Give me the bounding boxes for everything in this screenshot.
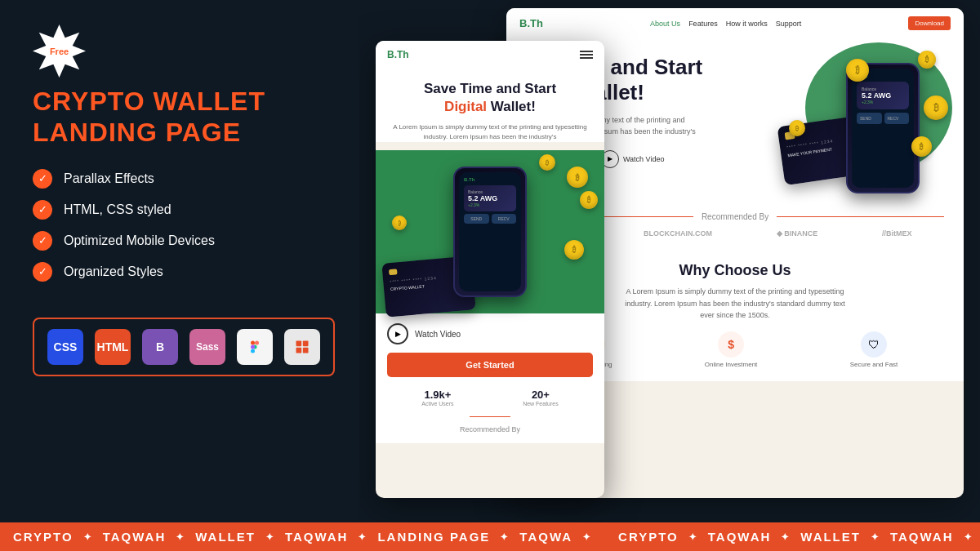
list-item: ✓ HTML, CSS styled bbox=[33, 200, 343, 220]
watch-label: Watch Video bbox=[623, 155, 665, 163]
coin-2: ₿ bbox=[918, 51, 936, 69]
online-invest-label: Online Investment bbox=[705, 361, 757, 368]
marquee-text: CRYPTO bbox=[13, 530, 74, 544]
svg-rect-4 bbox=[251, 349, 255, 353]
hamburger-menu[interactable] bbox=[580, 51, 593, 59]
secure-fast-label: Secure and Fast bbox=[850, 361, 898, 368]
sc-back-download-btn[interactable]: Download bbox=[908, 16, 951, 30]
marquee-text: TAQWAH bbox=[890, 530, 954, 544]
divider bbox=[470, 416, 510, 417]
list-item: ✓ Parallax Effects bbox=[33, 169, 343, 189]
marquee-text: CRYPTO bbox=[618, 530, 679, 544]
marquee-star: ✦ bbox=[781, 531, 791, 543]
badge-container: Free bbox=[33, 24, 343, 78]
figma-icon bbox=[237, 329, 273, 365]
feature-label: Parallax Effects bbox=[64, 171, 154, 186]
badge-star-shape: Free bbox=[33, 24, 86, 78]
sc-front-recommended-label: Recommended By bbox=[387, 425, 593, 433]
sc-back-watch-video[interactable]: ▶ Watch Video bbox=[601, 150, 665, 168]
free-badge: Free bbox=[33, 24, 86, 78]
brand-blockchain: BLOCKCHAIN.COM bbox=[644, 229, 712, 238]
check-icon: ✓ bbox=[33, 169, 52, 189]
bootstrap-icon: B bbox=[142, 329, 178, 365]
svg-rect-8 bbox=[303, 348, 309, 353]
front-coin-4: ₿ bbox=[392, 216, 407, 230]
coin-3: ₿ bbox=[924, 96, 948, 120]
check-icon: ✓ bbox=[33, 231, 52, 251]
css3-icon: CSS bbox=[47, 329, 83, 365]
sc-front-stats: 1.9k+ Active Users 20+ New Features bbox=[387, 385, 593, 410]
marquee-star: ✦ bbox=[688, 531, 698, 543]
front-main-phone: B.Th Balance 5.2 AWG +2.3% SEND RECV bbox=[453, 167, 527, 297]
sc-back-navbar: B.Th About Us Features How it works Supp… bbox=[506, 8, 964, 38]
svg-rect-3 bbox=[251, 344, 255, 349]
right-panel: B.Th About Us Features How it works Supp… bbox=[359, 0, 980, 522]
other-icon bbox=[284, 329, 320, 365]
coin-4: ₿ bbox=[789, 120, 805, 136]
secure-fast-icon: 🛡 bbox=[861, 331, 887, 358]
check-icon: ✓ bbox=[33, 200, 52, 220]
marquee-text: TAQWA bbox=[519, 530, 572, 544]
svg-rect-6 bbox=[303, 340, 309, 346]
marquee-star: ✦ bbox=[500, 531, 510, 543]
front-play-icon: ▶ bbox=[387, 323, 408, 344]
phone-area-back: ₿ ₿ ₿ ₿ ₿ B.Th Balance 5.2 AWG +2.3% bbox=[781, 55, 944, 201]
marquee-item: CRYPTO ✦ TAQWAH ✦ WALLET ✦ TAQWAH ✦ LAND… bbox=[0, 530, 605, 544]
marquee-star: ✦ bbox=[358, 531, 368, 543]
main-title: CRYPTO WALLETLANDING PAGE bbox=[33, 86, 343, 149]
nav-link-features: Features bbox=[688, 20, 718, 28]
coin-5: ₿ bbox=[911, 136, 932, 157]
badge-label: Free bbox=[50, 47, 69, 56]
tech-icons-box: CSS HTML B Sass bbox=[33, 318, 335, 376]
stat-active-users: 1.9k+ Active Users bbox=[421, 389, 453, 407]
marquee-track: CRYPTO ✦ TAQWAH ✦ WALLET ✦ TAQWAH ✦ LAND… bbox=[0, 530, 980, 544]
sc-front-get-started[interactable]: Get Started bbox=[387, 353, 593, 377]
marquee-text: WALLET bbox=[195, 530, 256, 544]
svg-rect-5 bbox=[296, 340, 302, 346]
feature-label: Organized Styles bbox=[64, 264, 163, 279]
sc-front-green-section: ₿ ₿ ₿ ₿ ₿ B.Th Balance 5.2 AWG +2.3% SEN… bbox=[376, 150, 604, 313]
stat-new-features: 20+ New Features bbox=[523, 389, 559, 407]
sc-front-hero: Save Time and StartDigital Wallet! A Lor… bbox=[376, 69, 604, 142]
nav-link-how: How it works bbox=[726, 20, 768, 28]
marquee-text: LANDING PAGE bbox=[377, 530, 490, 544]
recommended-title: Recommended By bbox=[702, 212, 768, 221]
marquee-item: CRYPTO ✦ TAQWAH ✦ WALLET ✦ TAQWAH ✦ LAND… bbox=[605, 530, 980, 544]
sass-icon: Sass bbox=[189, 329, 225, 365]
marquee-star: ✦ bbox=[265, 531, 275, 543]
marquee-text: TAQWAH bbox=[103, 530, 167, 544]
nav-link-about: About Us bbox=[650, 20, 680, 28]
brand-bitmex: //BitMEX bbox=[882, 229, 912, 238]
marquee-star: ✦ bbox=[871, 531, 880, 543]
list-item: ✓ Optimized Mobile Devices bbox=[33, 231, 343, 251]
svg-rect-7 bbox=[296, 348, 302, 353]
front-coin-3: ₿ bbox=[580, 191, 598, 209]
sc-front-logo: B.Th bbox=[387, 49, 409, 60]
sc-back-nav-links: About Us Features How it works Support bbox=[650, 20, 801, 28]
why-item-invest: $ Online Investment bbox=[705, 331, 757, 368]
back-main-phone: B.Th Balance 5.2 AWG +2.3% SEND RECV bbox=[846, 63, 920, 193]
marquee-star: ✦ bbox=[83, 531, 93, 543]
check-icon: ✓ bbox=[33, 262, 52, 282]
marquee-star: ✦ bbox=[964, 531, 973, 543]
sc-front-title: Save Time and StartDigital Wallet! bbox=[387, 80, 593, 116]
marquee-text: TAQWAH bbox=[708, 530, 772, 544]
bottom-marquee-bar: CRYPTO ✦ TAQWAH ✦ WALLET ✦ TAQWAH ✦ LAND… bbox=[0, 522, 980, 551]
svg-rect-2 bbox=[255, 340, 259, 344]
sc-front-cta-section: ▶ Watch Video Get Started 1.9k+ Active U… bbox=[376, 313, 604, 443]
nav-link-support: Support bbox=[776, 20, 802, 28]
html5-icon: HTML bbox=[95, 329, 131, 365]
marquee-star: ✦ bbox=[176, 531, 185, 543]
front-coin-2: ₿ bbox=[539, 154, 555, 171]
why-item-secure: 🛡 Secure and Fast bbox=[850, 331, 898, 368]
feature-label: HTML, CSS styled bbox=[64, 202, 172, 217]
features-list: ✓ Parallax Effects ✓ HTML, CSS styled ✓ … bbox=[33, 169, 343, 293]
left-panel: Free CRYPTO WALLETLANDING PAGE ✓ Paralla… bbox=[0, 0, 376, 522]
marquee-text: TAQWAH bbox=[285, 530, 349, 544]
list-item: ✓ Organized Styles bbox=[33, 262, 343, 282]
online-invest-icon: $ bbox=[718, 331, 744, 358]
marquee-text: WALLET bbox=[800, 530, 861, 544]
sc-front-navbar: B.Th bbox=[376, 41, 604, 69]
front-watch-label: Watch Video bbox=[415, 330, 461, 339]
sc-front-video-row: ▶ Watch Video bbox=[387, 323, 593, 344]
